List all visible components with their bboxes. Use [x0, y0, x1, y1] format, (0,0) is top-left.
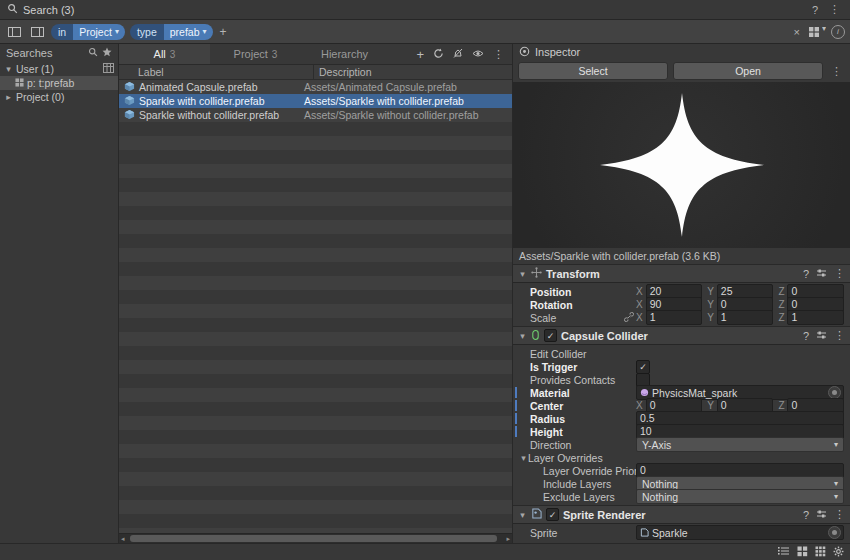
- empty-row: [119, 416, 512, 430]
- empty-row: [119, 388, 512, 402]
- sprite-renderer-icon: [531, 508, 542, 521]
- override-indicator: [515, 387, 517, 398]
- is-trigger-checkbox[interactable]: ✓: [636, 360, 650, 374]
- rotation-label: Rotation: [530, 299, 636, 311]
- sprite-renderer-body: Sprite Sparkle: [513, 524, 850, 541]
- scroll-left-icon[interactable]: ◂: [121, 535, 125, 542]
- result-label: Animated Capsule.prefab: [139, 81, 258, 93]
- help-icon[interactable]: ?: [803, 509, 809, 521]
- results-tabbar: All3 Project3 Hierarchy + ⋮: [119, 44, 512, 65]
- search-icon[interactable]: [88, 47, 98, 59]
- sidebar-group-project[interactable]: ▸ Project (0): [0, 90, 118, 104]
- empty-row: [119, 514, 512, 528]
- tab-all[interactable]: All3: [119, 44, 210, 64]
- scale-y-field[interactable]: 1: [717, 310, 774, 325]
- presets-icon[interactable]: [816, 509, 827, 521]
- component-enabled-checkbox[interactable]: ✓: [544, 329, 557, 342]
- result-description: Assets/Sparkle with collider.prefab: [299, 95, 512, 107]
- transform-header[interactable]: ▾ Transform ? ⋮: [513, 264, 850, 283]
- help-icon[interactable]: ?: [803, 330, 809, 342]
- table-row[interactable]: Sparkle with collider.prefab Assets/Spar…: [119, 94, 512, 108]
- column-label[interactable]: Label: [119, 65, 314, 79]
- edit-collider-label[interactable]: Edit Collider: [530, 348, 636, 360]
- foldout-open-icon[interactable]: ▾: [518, 331, 527, 341]
- more-icon[interactable]: ⋮: [828, 65, 845, 78]
- more-icon[interactable]: ⋮: [834, 329, 845, 342]
- query-token-in[interactable]: in Project▾: [51, 24, 125, 40]
- open-button[interactable]: Open: [673, 62, 823, 80]
- asset-preview: [513, 82, 850, 248]
- chevron-down-icon: ▾: [822, 24, 826, 40]
- view-options-icon[interactable]: ▾: [808, 24, 826, 40]
- add-filter-icon[interactable]: +: [218, 25, 229, 39]
- table-row[interactable]: Animated Capsule.prefab Assets/Animated …: [119, 80, 512, 94]
- transform-body: Position X20 Y25 Z0 Rotation X90 Y0 Z0: [513, 283, 850, 326]
- foldout-open-icon[interactable]: ▾: [518, 510, 527, 520]
- window-menu-icon[interactable]: ⋮: [826, 3, 843, 16]
- more-icon[interactable]: ⋮: [834, 267, 845, 280]
- component-enabled-checkbox[interactable]: ✓: [546, 508, 559, 521]
- refresh-icon[interactable]: [433, 48, 444, 61]
- scroll-right-icon[interactable]: ▸: [506, 535, 510, 542]
- select-button[interactable]: Select: [518, 62, 668, 80]
- foldout-open-icon[interactable]: ▾: [4, 64, 13, 74]
- chevron-down-icon: ▾: [115, 27, 119, 36]
- eye-icon[interactable]: [472, 48, 484, 60]
- info-icon[interactable]: i: [831, 25, 845, 39]
- grid-large-view-icon[interactable]: [815, 546, 826, 559]
- link-icon[interactable]: [624, 312, 634, 324]
- physics-material-icon: [640, 387, 649, 399]
- direction-dropdown[interactable]: Y-Axis ▾: [636, 437, 844, 452]
- add-icon[interactable]: +: [416, 47, 424, 62]
- empty-row: [119, 318, 512, 332]
- query-token-type[interactable]: type prefab▾: [130, 24, 213, 40]
- capsule-collider-header[interactable]: ▾ ✓ Capsule Collider ? ⋮: [513, 326, 850, 345]
- sidebar-item-saved-search[interactable]: p: t:prefab: [0, 76, 118, 90]
- scale-z-field[interactable]: 1: [787, 310, 844, 325]
- scrollbar-thumb[interactable]: [130, 535, 497, 542]
- scale-x-field[interactable]: 1: [646, 310, 703, 325]
- object-picker-icon[interactable]: [828, 526, 841, 539]
- exclude-layers-dropdown[interactable]: Nothing ▾: [636, 489, 844, 504]
- column-description[interactable]: Description: [314, 65, 512, 79]
- empty-row: [119, 500, 512, 514]
- foldout-open-icon[interactable]: ▾: [519, 453, 528, 463]
- inspector-actions: Select Open ⋮: [513, 60, 850, 82]
- horizontal-scrollbar[interactable]: ◂ ▸: [119, 533, 512, 543]
- tab-project[interactable]: Project3: [210, 44, 301, 64]
- settings-gear-icon[interactable]: [833, 546, 844, 559]
- prefab-icon: [124, 95, 135, 108]
- grid-icon: [15, 77, 24, 89]
- prefab-icon: [124, 109, 135, 122]
- more-icon[interactable]: ⋮: [834, 508, 845, 521]
- sidebar-group-label: User (1): [16, 63, 54, 75]
- star-icon[interactable]: [102, 47, 112, 59]
- empty-row: [119, 136, 512, 150]
- token-value[interactable]: Project▾: [73, 24, 125, 40]
- mute-icon[interactable]: [453, 48, 463, 61]
- tab-hierarchy[interactable]: Hierarchy: [301, 44, 392, 64]
- empty-row: [119, 332, 512, 346]
- sprite-renderer-header[interactable]: ▾ ✓ Sprite Renderer ? ⋮: [513, 505, 850, 524]
- status-bar: [0, 543, 850, 560]
- scrollbar-track[interactable]: [127, 535, 505, 542]
- chevron-down-icon: ▾: [203, 27, 207, 36]
- help-icon[interactable]: ?: [809, 4, 821, 16]
- component-title: Transform: [546, 268, 600, 280]
- presets-icon[interactable]: [816, 268, 827, 280]
- foldout-closed-icon[interactable]: ▸: [4, 92, 13, 102]
- grid-small-view-icon[interactable]: [797, 546, 808, 559]
- direction-label: Direction: [530, 439, 636, 451]
- list-view-icon[interactable]: [778, 546, 790, 558]
- foldout-open-icon[interactable]: ▾: [518, 269, 527, 279]
- sprite-object-field[interactable]: Sparkle: [636, 525, 844, 540]
- help-icon[interactable]: ?: [803, 268, 809, 280]
- inspector-panel-toggle-icon[interactable]: [28, 23, 46, 40]
- more-icon[interactable]: ⋮: [493, 48, 504, 61]
- clear-search-icon[interactable]: ×: [791, 26, 803, 38]
- token-value[interactable]: prefab▾: [164, 24, 213, 40]
- sidebar-group-user[interactable]: ▾ User (1): [0, 62, 118, 76]
- presets-icon[interactable]: [816, 330, 827, 342]
- searches-panel-toggle-icon[interactable]: [5, 23, 23, 40]
- table-row[interactable]: Sparkle without collider.prefab Assets/S…: [119, 108, 512, 122]
